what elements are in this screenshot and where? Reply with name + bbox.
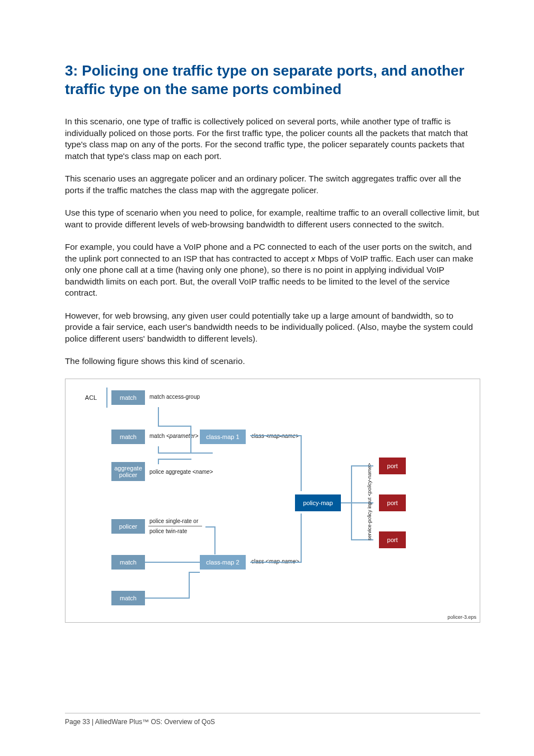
label-match-access-group: match access-group — [149, 394, 200, 400]
node-policer: policer — [111, 519, 145, 534]
label-police-aggregate: police aggregate <name> — [149, 469, 213, 475]
node-aggregate-policer: aggregate policer — [111, 462, 145, 481]
node-match-1: match — [111, 390, 145, 405]
node-classmap-2: class-map 2 — [200, 555, 246, 570]
node-classmap-1: class-map 1 — [200, 430, 246, 444]
section-heading: 3: Policing one traffic type on separate… — [65, 62, 480, 98]
footer-divider — [65, 713, 480, 713]
node-port-3: port — [379, 531, 406, 548]
paragraph-3: Use this type of scenario when you need … — [65, 207, 480, 230]
paragraph-1: In this scenario, one type of traffic is… — [65, 116, 480, 162]
node-policy-map: policy-map — [295, 494, 341, 511]
node-port-2: port — [379, 494, 406, 511]
node-acl: ACL — [76, 390, 106, 405]
label-police-single: police single-rate or — [149, 518, 198, 524]
figure-policer-3: ACL match match access-group match match… — [65, 379, 480, 623]
node-match-3: match — [111, 555, 145, 570]
label-police-twin: police twin-rate — [149, 528, 187, 534]
paragraph-6: The following figure shows this kind of … — [65, 356, 480, 367]
node-port-1: port — [379, 458, 406, 474]
node-match-2: match — [111, 430, 145, 444]
figure-filename: policer-3.eps — [447, 614, 476, 620]
page-footer: Page 33 | AlliedWare Plus™ OS: Overview … — [65, 718, 215, 726]
node-match-4: match — [111, 591, 145, 605]
label-service-policy: service-policy input <policy-name> — [367, 463, 372, 540]
paragraph-4: For example, you could have a VoIP phone… — [65, 241, 480, 299]
paragraph-5: However, for web browsing, any given use… — [65, 310, 480, 345]
paragraph-2: This scenario uses an aggregate policer … — [65, 173, 480, 196]
